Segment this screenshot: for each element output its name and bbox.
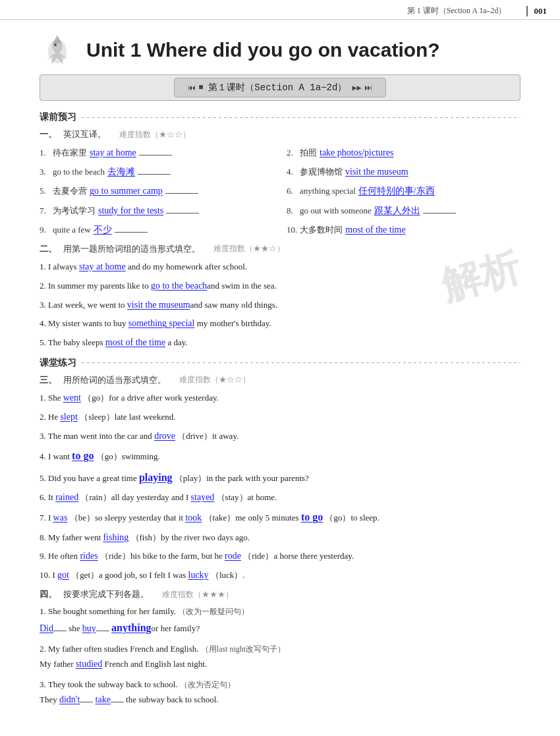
part2-list: 1. I always stay at home and do my homew… [40, 259, 520, 351]
fill-p4-1a: Did [40, 623, 53, 633]
section-label: 第 1 课时（Section A 1a–2d） [407, 5, 507, 16]
audio-bar-wrap: ⏮ ■ 第１课时（Section A 1a−2d） ▶▶ ⏭ [0, 74, 560, 101]
fill-p3-7c: to go [301, 511, 323, 523]
exercise-item-p3-8: 8. My father went fishing （fish）by the r… [40, 530, 520, 546]
vocab-answer-7: study for the tests [98, 202, 163, 219]
exercise-item-p2-2: 2. In summer my parents like to go to th… [40, 278, 520, 294]
title-area: Unit 1 Where did you go on vacation? [0, 20, 560, 72]
section2-header: 课堂练习 [40, 357, 520, 369]
fill-p3-9a: rides [80, 551, 98, 561]
fill-p3-8: fishing [103, 532, 128, 542]
svg-marker-2 [53, 35, 62, 43]
fill-p2-3: visit the museum [127, 300, 190, 310]
audio-bar[interactable]: ⏮ ■ 第１课时（Section A 1a−2d） ▶▶ ⏭ [174, 78, 386, 98]
section1-line [82, 117, 520, 118]
audio-controls-right: ▶▶ ⏭ [352, 83, 372, 93]
part2-desc: 用第一题所给词组的适当形式填空。 [63, 243, 200, 255]
part3-difficulty: 难度指数（★☆☆） [179, 374, 250, 385]
page-number: 001 [526, 6, 547, 16]
exercise-item-p3-4: 4. I want to go （go）swimming. [40, 447, 520, 465]
vocab-answer-1: stay at home [90, 144, 136, 161]
part1-difficulty: 难度指数（★☆☆） [119, 129, 190, 140]
unit-title: Unit 1 Where did you go on vacation? [86, 39, 440, 61]
exercise-item-p3-6: 6. It rained （rain）all day yesterday and… [40, 490, 520, 505]
exercise-item-p3-9: 9. He often rides （ride）his bike to the … [40, 548, 520, 564]
part2-header: 二、 用第一题所给词组的适当形式填空。 难度指数（★★☆） [40, 243, 520, 255]
fill-p4-2: studied [76, 659, 102, 669]
exercise-item-p4-1: 1. She bought something for her family. … [40, 604, 520, 637]
fill-p4-1c: anything [111, 622, 151, 633]
vocab-answer-6: 任何特别的事/东西 [358, 183, 435, 199]
fill-p3-4: to go [72, 450, 94, 461]
audio-controls: ⏮ ■ [188, 83, 203, 93]
vocab-item-8: 8. go out with someone 跟某人外出 [287, 202, 520, 219]
vocab-answer-9: 不少 [94, 221, 112, 238]
next-next-button[interactable]: ⏭ [364, 83, 372, 93]
vocab-item-2: 2. 拍照 take photos/pictures [287, 144, 520, 161]
next-button[interactable]: ▶▶ [352, 83, 361, 93]
fill-p3-7b: took [185, 513, 202, 523]
exercise-item-p2-1: 1. I always stay at home and do my homew… [40, 259, 520, 275]
fill-p3-3: drove [154, 431, 175, 441]
vocab-answer-8: 跟某人外出 [374, 202, 420, 219]
vocab-item-1: 1. 待在家里 stay at home [40, 144, 273, 161]
fill-p2-4: something special [128, 318, 195, 328]
vocab-answer-10: most of the time [345, 221, 405, 238]
exercise-item-p4-3: 3. They took the subway back to school. … [40, 677, 520, 708]
section2-line [82, 362, 520, 363]
vocab-item-10: 10. 大多数时间 most of the time [287, 221, 520, 238]
fill-p3-6a: rained [55, 492, 78, 502]
part3-desc: 用所给词的适当形式填空。 [63, 374, 166, 386]
part4-num: 四、 [40, 588, 57, 600]
vocab-answer-5: go to summer camp [90, 183, 163, 199]
part1-desc: 英汉互译。 [63, 128, 106, 140]
part4-list: 1. She bought something for her family. … [40, 604, 520, 708]
vocab-item-6: 6. anything special 任何特别的事/东西 [287, 183, 520, 199]
exercise-item-p3-3: 3. The man went into the car and drove （… [40, 428, 520, 444]
part3-num: 三、 [40, 374, 57, 386]
prev-prev-button[interactable]: ⏮ [188, 83, 196, 93]
header-bar: 第 1 课时（Section A 1a–2d） 001 [0, 0, 560, 20]
fill-p3-2: slept [60, 412, 77, 422]
exercise-item-p3-5: 5. Did you have a great time playing （pl… [40, 468, 520, 486]
exercise-item-p3-10: 10. I got （get）a good job, so I felt I w… [40, 567, 520, 583]
mascot-icon [40, 32, 76, 68]
vocab-item-9: 9. quite a few 不少 [40, 221, 273, 238]
vocab-grid: 1. 待在家里 stay at home 2. 拍照 take photos/p… [40, 144, 520, 238]
part1-num: 一、 [40, 128, 57, 140]
section1-content: 一、 英汉互译。 难度指数（★☆☆） 1. 待在家里 stay at home … [0, 128, 560, 351]
fill-p4-3b: take [96, 694, 111, 704]
part2-num: 二、 [40, 243, 57, 255]
exercise-item-p2-5: 5. The baby sleeps most of the time a da… [40, 335, 520, 351]
audio-label: 第１课时（Section A 1a−2d） [208, 82, 347, 94]
part3-list: 1. She went （go）for a drive after work y… [40, 390, 520, 583]
part3-header: 三、 用所给词的适当形式填空。 难度指数（★☆☆） [40, 374, 520, 386]
svg-point-3 [54, 43, 57, 46]
vocab-item-3: 3. go to the beach 去海滩 [40, 163, 273, 180]
vocab-answer-3: 去海滩 [107, 163, 135, 180]
audio-bar-outer: ⏮ ■ 第１课时（Section A 1a−2d） ▶▶ ⏭ [40, 74, 520, 101]
exercise-item-p2-3: 3. Last week, we went to visit the museu… [40, 297, 520, 313]
part4-header: 四、 按要求完成下列各题。 难度指数（★★★） [40, 588, 520, 600]
exercise-item-p4-2: 2. My father often studies French and En… [40, 642, 520, 672]
part1-header: 一、 英汉互译。 难度指数（★☆☆） [40, 128, 520, 140]
fill-p3-6b: stayed [191, 492, 215, 502]
unit-mascot [40, 32, 76, 68]
stop-button[interactable]: ■ [198, 83, 203, 92]
fill-p3-9b: rode [225, 551, 241, 561]
section1-header: 课前预习 [40, 111, 520, 123]
fill-p3-10b: lucky [188, 570, 209, 580]
fill-p3-1: went [63, 393, 81, 403]
fill-p3-10a: got [57, 570, 69, 580]
exercise-item-p2-4: 4. My sister wants to buy something spec… [40, 316, 520, 331]
part4-difficulty: 难度指数（★★★） [162, 589, 233, 600]
section2-content: 三、 用所给词的适当形式填空。 难度指数（★☆☆） 1. She went （g… [0, 374, 560, 708]
exercise-item-p3-2: 2. He slept （sleep）late last weekend. [40, 409, 520, 425]
section2-title: 课堂练习 [40, 357, 76, 369]
fill-p3-5: playing [139, 472, 173, 483]
fill-p4-1b: buy [82, 623, 96, 633]
vocab-answer-2: take photos/pictures [320, 144, 393, 161]
exercise-item-p3-1: 1. She went （go）for a drive after work y… [40, 390, 520, 406]
fill-p2-2: go to the beach [151, 281, 207, 291]
fill-p4-3a: didn't [59, 694, 80, 704]
